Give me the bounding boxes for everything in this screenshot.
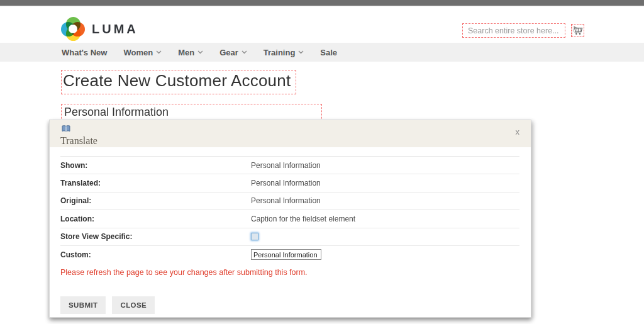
chevron-down-icon (298, 50, 304, 54)
close-button[interactable]: CLOSE (112, 296, 155, 314)
nav-item-whats-new[interactable]: What's New (62, 48, 107, 57)
nav-item-label: Women (123, 48, 153, 57)
fieldset-caption: Personal Information (64, 106, 169, 118)
row-label: Custom: (60, 250, 251, 259)
nav-item-label: Training (264, 48, 296, 57)
nav-item-gear[interactable]: Gear (219, 48, 247, 57)
nav-item-label: Men (178, 48, 194, 57)
table-row-translated: Translated: Personal Information (60, 174, 519, 191)
row-value: Personal Information (251, 196, 321, 205)
nav-item-men[interactable]: Men (178, 48, 203, 57)
browser-top-bar (0, 0, 644, 6)
nav-item-sale[interactable]: Sale (320, 48, 337, 57)
book-icon (62, 125, 70, 132)
logo-text: LUMA (92, 22, 138, 36)
row-label: Location: (60, 215, 251, 223)
submit-button[interactable]: SUBMIT (60, 296, 106, 314)
table-row-custom: Custom: (60, 245, 519, 263)
row-label: Translated: (60, 179, 251, 187)
nav-item-label: Sale (320, 48, 337, 57)
minicart-button[interactable] (571, 24, 584, 37)
nav-item-training[interactable]: Training (264, 48, 304, 57)
page-title-translate-target[interactable]: Create New Customer Account (61, 70, 296, 94)
translate-dialog: Translate x Shown: Personal Information … (49, 120, 531, 318)
luma-logo-icon (61, 17, 85, 41)
row-label: Store View Specific: (60, 232, 251, 241)
custom-translation-input[interactable] (251, 249, 321, 260)
table-row-location: Location: Caption for the fieldset eleme… (60, 209, 519, 227)
search-box (462, 23, 565, 38)
row-value: Personal Information (251, 179, 321, 187)
dialog-buttons: SUBMIT CLOSE (60, 296, 519, 314)
main-navigation: What's New Women Men Gear Training Sale (0, 43, 644, 62)
page-title: Create New Customer Account (63, 71, 291, 91)
search-input[interactable] (463, 26, 572, 35)
luma-logo[interactable]: LUMA (61, 17, 138, 41)
row-label: Shown: (60, 161, 251, 170)
dialog-title: Translate (60, 135, 531, 147)
row-value: Personal Information (251, 161, 321, 170)
site-header: LUMA (0, 6, 644, 43)
chevron-down-icon (197, 50, 203, 54)
chevron-down-icon (156, 50, 162, 54)
store-view-specific-checkbox[interactable] (251, 233, 258, 240)
nav-item-women[interactable]: Women (123, 48, 162, 57)
nav-item-label: What's New (62, 48, 107, 57)
translate-dialog-header: Translate x (50, 120, 531, 147)
row-label: Original: (60, 196, 251, 205)
chevron-down-icon (242, 50, 247, 54)
close-icon[interactable]: x (516, 128, 520, 136)
table-row-store-view-specific: Store View Specific: (60, 228, 519, 245)
cart-icon (572, 25, 583, 36)
nav-item-label: Gear (219, 48, 238, 57)
table-row-original: Original: Personal Information (60, 192, 519, 209)
row-value: Caption for the fieldset element (251, 215, 355, 223)
refresh-note: Please refresh the page to see your chan… (60, 268, 519, 277)
translate-dialog-body: Shown: Personal Information Translated: … (50, 147, 531, 314)
table-row-shown: Shown: Personal Information (60, 156, 519, 174)
